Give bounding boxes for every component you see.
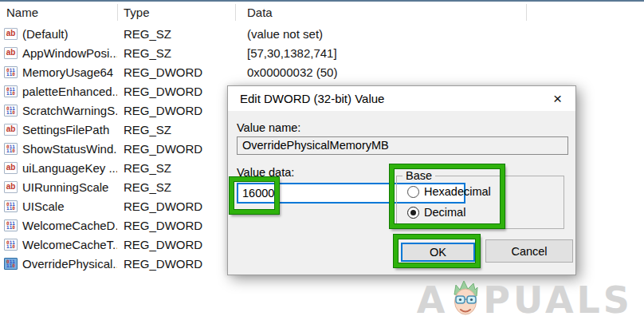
registry-name-label: UIRunningScale bbox=[22, 180, 108, 194]
registry-name-label: SettingsFilePath bbox=[22, 123, 109, 136]
dword-value-icon: 011110 bbox=[4, 200, 18, 212]
table-row[interactable]: 011110MemoryUsage64REG_DWORD0x00000032 (… bbox=[0, 62, 644, 81]
value-name-field: OverridePhysicalMemoryMB bbox=[237, 136, 568, 155]
string-value-icon: ab bbox=[4, 124, 18, 136]
string-value-icon: ab bbox=[4, 47, 18, 59]
dialog-title: Edit DWORD (32-bit) Value bbox=[228, 92, 540, 105]
registry-name-cell: 011110WelcomeCacheD... bbox=[0, 219, 117, 232]
registry-name-cell: 011110ScratchWarningS... bbox=[0, 104, 117, 117]
registry-type-cell: REG_SZ bbox=[117, 123, 235, 136]
registry-data-cell: [57,30,1382,741] bbox=[235, 46, 644, 60]
close-icon[interactable]: × bbox=[540, 86, 575, 111]
watermark-letter: A bbox=[417, 279, 449, 322]
registry-data-cell: (value not set) bbox=[235, 27, 644, 41]
dword-value-icon: 011110 bbox=[4, 105, 18, 117]
registry-name-label: OverridePhysical... bbox=[22, 257, 117, 271]
radio-label: Decimal bbox=[424, 206, 465, 219]
registry-type-cell: REG_DWORD bbox=[117, 200, 235, 213]
registry-name-cell: 011110paletteEnhanced... bbox=[0, 85, 117, 98]
cancel-button[interactable]: Cancel bbox=[485, 239, 573, 263]
column-resize-handle[interactable] bbox=[117, 4, 118, 21]
registry-type-cell: REG_DWORD bbox=[117, 85, 235, 98]
dword-value-icon: 011110 bbox=[4, 258, 18, 270]
watermark-letters: PUALS bbox=[483, 279, 633, 322]
dword-value-icon: 011110 bbox=[4, 85, 18, 97]
ok-button[interactable]: OK bbox=[401, 243, 475, 262]
dword-value-icon: 011110 bbox=[4, 239, 18, 251]
registry-type-cell: REG_SZ bbox=[117, 46, 235, 60]
registry-type-cell: REG_SZ bbox=[117, 27, 235, 41]
base-group-label: Base bbox=[402, 169, 435, 182]
registry-name-label: ShowStatusWind... bbox=[22, 142, 117, 156]
column-header-data[interactable]: Data bbox=[235, 6, 644, 19]
base-group: Base Hexadecimal Decimal bbox=[396, 176, 564, 229]
string-value-icon: ab bbox=[4, 28, 18, 40]
text-caret bbox=[275, 188, 276, 200]
value-data-text: 16000 bbox=[242, 187, 274, 200]
dword-value-icon: 011110 bbox=[4, 143, 18, 155]
column-resize-handle[interactable] bbox=[526, 4, 527, 21]
registry-name-cell: 011110OverridePhysical... bbox=[0, 257, 117, 271]
dialog-titlebar[interactable]: Edit DWORD (32-bit) Value × bbox=[228, 86, 575, 111]
registry-name-cell: 011110WelcomeCacheT... bbox=[0, 238, 117, 251]
mascot-icon bbox=[449, 279, 482, 318]
radio-hexadecimal[interactable]: Hexadecimal bbox=[407, 185, 491, 198]
edit-dword-dialog: Edit DWORD (32-bit) Value × Value name: … bbox=[227, 85, 576, 275]
registry-name-cell: abuiLanguageKey ... bbox=[0, 161, 117, 175]
registry-type-cell: REG_DWORD bbox=[117, 238, 235, 251]
registry-name-cell: 011110UIScale bbox=[0, 200, 117, 213]
registry-name-label: ScratchWarningS... bbox=[22, 104, 117, 117]
radio-decimal[interactable]: Decimal bbox=[407, 206, 465, 219]
registry-name-label: uiLanguageKey ... bbox=[22, 161, 117, 175]
appuals-watermark: A PUALS bbox=[417, 279, 633, 322]
registry-type-cell: REG_DWORD bbox=[117, 142, 235, 156]
registry-name-label: WelcomeCacheT... bbox=[22, 238, 117, 251]
string-value-icon: ab bbox=[4, 181, 18, 193]
dword-value-icon: 011110 bbox=[4, 219, 18, 231]
radio-label: Hexadecimal bbox=[424, 185, 491, 198]
registry-name-cell: ab(Default) bbox=[0, 27, 117, 41]
registry-name-label: AppWindowPosi... bbox=[22, 46, 117, 60]
registry-name-cell: 011110MemoryUsage64 bbox=[0, 65, 117, 79]
registry-type-cell: REG_DWORD bbox=[117, 104, 235, 117]
value-name-label: Value name: bbox=[237, 121, 300, 134]
dword-value-icon: 011110 bbox=[4, 66, 18, 78]
registry-name-label: MemoryUsage64 bbox=[22, 65, 113, 79]
registry-name-cell: abSettingsFilePath bbox=[0, 123, 117, 136]
radio-icon bbox=[407, 186, 419, 198]
column-header-name[interactable]: Name bbox=[0, 6, 117, 19]
value-data-label: Value data: bbox=[237, 166, 294, 179]
registry-name-cell: 011110ShowStatusWind... bbox=[0, 142, 117, 156]
registry-name-label: paletteEnhanced... bbox=[22, 85, 117, 98]
registry-list-header: Name Type Data bbox=[0, 2, 644, 23]
column-resize-handle[interactable] bbox=[235, 4, 236, 21]
registry-type-cell: REG_DWORD bbox=[117, 257, 235, 271]
registry-name-label: UIScale bbox=[22, 200, 65, 213]
table-row[interactable]: abAppWindowPosi...REG_SZ[57,30,1382,741] bbox=[0, 43, 644, 62]
radio-icon bbox=[407, 207, 419, 219]
registry-name-label: (Default) bbox=[22, 27, 69, 41]
registry-name-cell: abUIRunningScale bbox=[0, 180, 117, 194]
registry-type-cell: REG_DWORD bbox=[117, 219, 235, 232]
registry-type-cell: REG_DWORD bbox=[117, 65, 235, 79]
registry-name-label: WelcomeCacheD... bbox=[22, 219, 117, 232]
registry-type-cell: REG_SZ bbox=[117, 161, 235, 175]
table-row[interactable]: ab(Default)REG_SZ(value not set) bbox=[0, 24, 644, 43]
registry-data-cell: 0x00000032 (50) bbox=[235, 65, 644, 79]
string-value-icon: ab bbox=[4, 162, 18, 174]
registry-type-cell: REG_SZ bbox=[117, 180, 235, 194]
column-header-type[interactable]: Type bbox=[117, 6, 235, 19]
registry-name-cell: abAppWindowPosi... bbox=[0, 46, 117, 60]
